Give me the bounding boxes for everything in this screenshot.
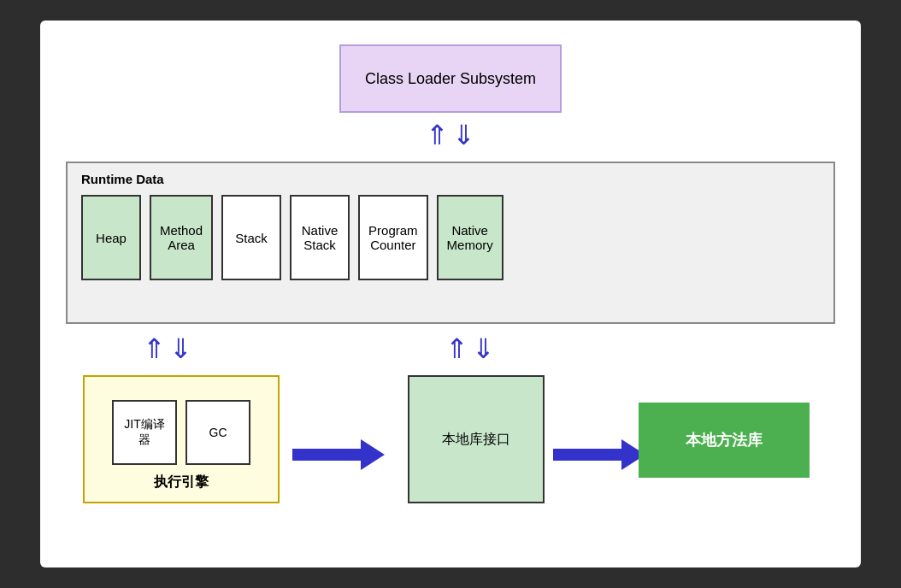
down-arrow-top: ⇓ <box>452 121 475 149</box>
arrow-body-2 <box>553 449 621 461</box>
up-arrow-top: ⇑ <box>426 121 449 149</box>
arrow-exec-to-native-interface <box>292 439 385 470</box>
exec-engine-inner: JIT编译器 GC <box>112 400 250 465</box>
cell-method-area: MethodArea <box>150 195 213 280</box>
native-interface-label: 本地库接口 <box>442 431 510 449</box>
arrow-top: ⇑ ⇓ <box>426 121 475 149</box>
class-loader-label: Class Loader Subsystem <box>365 70 536 88</box>
arrow-head-1 <box>361 439 385 470</box>
diagram-container: Class Loader Subsystem ⇑ ⇓ Runtime Data … <box>40 21 861 567</box>
arrow-left: ⇑ ⇓ <box>143 335 192 362</box>
runtime-data-title: Runtime Data <box>81 172 820 186</box>
native-lib-box: 本地方法库 <box>639 403 810 478</box>
arrow-native-interface-to-lib <box>553 439 645 470</box>
gc-cell: GC <box>186 400 250 465</box>
up-arrow-right: ⇑ <box>445 335 468 362</box>
native-lib-label: 本地方法库 <box>686 430 763 450</box>
down-arrow-left: ⇓ <box>169 335 192 362</box>
down-arrow-right: ⇓ <box>472 335 495 362</box>
up-arrow-left: ⇑ <box>143 335 166 362</box>
runtime-cells: Heap MethodArea Stack NativeStack Progra… <box>81 195 820 280</box>
runtime-data-box: Runtime Data Heap MethodArea Stack Nativ… <box>66 162 835 324</box>
exec-engine-box: JIT编译器 GC 执行引擎 <box>83 375 280 503</box>
native-interface-box: 本地库接口 <box>408 375 545 503</box>
arrow-body-1 <box>292 449 361 461</box>
cell-program-counter: ProgramCounter <box>358 195 428 280</box>
class-loader-box: Class Loader Subsystem <box>339 44 562 113</box>
cell-stack: Stack <box>221 195 281 280</box>
cell-native-stack: NativeStack <box>290 195 350 280</box>
cell-native-memory: NativeMemory <box>437 195 504 280</box>
jit-cell: JIT编译器 <box>112 400 177 465</box>
exec-engine-label: 执行引擎 <box>154 473 209 491</box>
cell-heap: Heap <box>81 195 141 280</box>
arrow-right: ⇑ ⇓ <box>445 335 495 362</box>
